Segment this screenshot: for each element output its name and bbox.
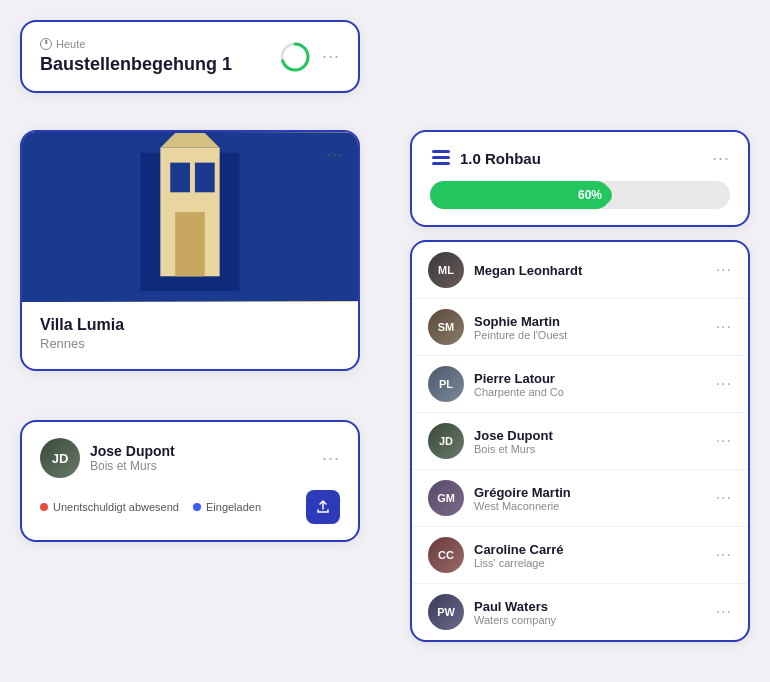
person-avatar: CC (428, 537, 464, 573)
card1-menu-dots[interactable]: ··· (322, 46, 340, 67)
person-row: GM Grégoire Martin West Maconnerie ··· (412, 470, 748, 527)
absent-label: Unentschuldigt abwesend (53, 501, 179, 513)
card4-menu-dots[interactable]: ··· (712, 148, 730, 169)
invited-badge: Eingeladen (193, 501, 261, 513)
person-name: Pierre Latour (474, 371, 564, 386)
upload-button[interactable] (306, 490, 340, 524)
card1-meta-label: Heute (56, 38, 85, 50)
person-name: Megan Leonhardt (474, 263, 582, 278)
card4-title: 1.0 Rohbau (460, 150, 541, 167)
svg-rect-10 (432, 156, 450, 159)
progress-fill: 60% (430, 181, 610, 209)
person-row: PW Paul Waters Waters company ··· (412, 584, 748, 640)
people-list-card: ML Megan Leonhardt ··· SM Sophie Martin … (410, 240, 750, 642)
person-row: ML Megan Leonhardt ··· (412, 242, 748, 299)
person-name: Sophie Martin (474, 314, 567, 329)
person-name: Grégoire Martin (474, 485, 571, 500)
invited-label: Eingeladen (206, 501, 261, 513)
person-name: Jose Dupont (474, 428, 553, 443)
building-illustration (22, 132, 358, 302)
card3-menu-dots[interactable]: ··· (322, 448, 340, 469)
person-avatar: GM (428, 480, 464, 516)
person-name: Paul Waters (474, 599, 556, 614)
progress-spinner (278, 40, 312, 74)
upload-icon (315, 499, 331, 515)
person-avatar: PW (428, 594, 464, 630)
person-company: Charpente and Co (474, 386, 564, 398)
person-menu-dots[interactable]: ··· (716, 318, 732, 336)
person-row: JD Jose Dupont Bois et Murs ··· (412, 413, 748, 470)
svg-rect-7 (195, 163, 215, 193)
absent-dot (40, 503, 48, 511)
person-menu-dots[interactable]: ··· (716, 432, 732, 450)
rohbau-card: 1.0 Rohbau ··· 60% (410, 130, 750, 227)
person-row: PL Pierre Latour Charpente and Co ··· (412, 356, 748, 413)
clock-icon (40, 38, 52, 50)
person-avatar: PL (428, 366, 464, 402)
person-avatar: JD (428, 423, 464, 459)
svg-rect-5 (175, 212, 205, 276)
person-company: Bois et Murs (474, 443, 553, 455)
person-row-left: PW Paul Waters Waters company (428, 594, 556, 630)
villa-image: ··· (22, 132, 358, 302)
progress-bar: 60% (430, 181, 730, 209)
card2-title: Villa Lumia (40, 316, 340, 334)
person-row-left: CC Caroline Carré Liss' carrelage (428, 537, 564, 573)
person-row-left: JD Jose Dupont Bois et Murs (428, 423, 553, 459)
card3-person-name: Jose Dupont (90, 443, 175, 459)
layers-icon (430, 150, 452, 168)
person-row: CC Caroline Carré Liss' carrelage ··· (412, 527, 748, 584)
person-menu-dots[interactable]: ··· (716, 489, 732, 507)
absent-badge: Unentschuldigt abwesend (40, 501, 179, 513)
person-name: Caroline Carré (474, 542, 564, 557)
person-company: Liss' carrelage (474, 557, 564, 569)
card1-title: Baustellenbegehung 1 (40, 54, 232, 75)
person-company: Waters company (474, 614, 556, 626)
person-menu-dots[interactable]: ··· (716, 546, 732, 564)
person-row-left: PL Pierre Latour Charpente and Co (428, 366, 564, 402)
villa-lumia-card: ··· Villa Lumia Rennes (20, 130, 360, 371)
person-row-left: GM Grégoire Martin West Maconnerie (428, 480, 571, 516)
person-menu-dots[interactable]: ··· (716, 375, 732, 393)
svg-rect-6 (170, 163, 190, 193)
person-row-left: SM Sophie Martin Peinture de l'Ouest (428, 309, 567, 345)
person-avatar: ML (428, 252, 464, 288)
person-menu-dots[interactable]: ··· (716, 261, 732, 279)
card3-person-company: Bois et Murs (90, 459, 175, 473)
svg-rect-11 (432, 162, 450, 165)
person-menu-dots[interactable]: ··· (716, 603, 732, 621)
person-row: SM Sophie Martin Peinture de l'Ouest ··· (412, 299, 748, 356)
person-company: Peinture de l'Ouest (474, 329, 567, 341)
card2-subtitle: Rennes (40, 336, 340, 351)
card2-menu-dots[interactable]: ··· (326, 144, 344, 165)
person-company: West Maconnerie (474, 500, 571, 512)
invited-dot (193, 503, 201, 511)
svg-rect-9 (432, 150, 450, 153)
baustellenbegehung-card: Heute Baustellenbegehung 1 ··· (20, 20, 360, 93)
person-avatar: SM (428, 309, 464, 345)
progress-label: 60% (568, 185, 612, 205)
jose-dupont-card: JD Jose Dupont Bois et Murs ··· Unentsch… (20, 420, 360, 542)
person-row-left: ML Megan Leonhardt (428, 252, 582, 288)
jose-avatar: JD (40, 438, 80, 478)
